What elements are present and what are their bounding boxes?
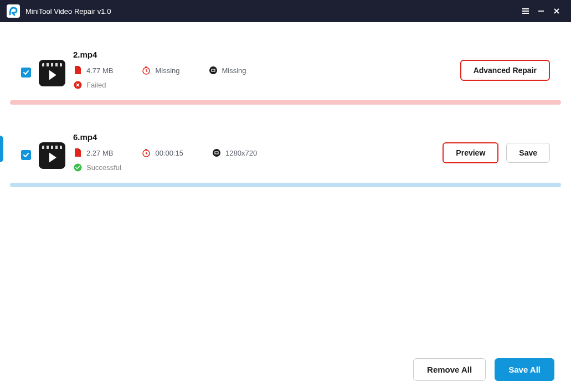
content-area: 2.mp4 4.77 MB Missing Missing Failed bbox=[0, 38, 571, 187]
file-checkbox[interactable] bbox=[21, 68, 31, 78]
progress-bar-failed bbox=[10, 100, 561, 105]
file-size: 4.77 MB bbox=[73, 66, 113, 75]
file-name: 6.mp4 bbox=[73, 132, 435, 142]
clock-icon bbox=[142, 66, 151, 75]
svg-point-5 bbox=[213, 149, 220, 157]
svg-point-1 bbox=[209, 66, 217, 74]
file-card: 2.mp4 4.77 MB Missing Missing Failed bbox=[10, 38, 561, 98]
file-duration: Missing bbox=[142, 66, 179, 75]
file-duration: 00:00:15 bbox=[142, 148, 183, 157]
file-resolution: 1280x720 bbox=[212, 148, 257, 157]
success-icon bbox=[73, 163, 82, 172]
video-file-icon bbox=[39, 142, 65, 169]
file-name: 2.mp4 bbox=[73, 50, 452, 59]
minimize-icon[interactable] bbox=[533, 3, 549, 19]
app-logo bbox=[7, 4, 20, 18]
file-actions: Advanced Repair bbox=[460, 60, 550, 81]
progress-bar-success bbox=[10, 183, 561, 187]
remove-all-button[interactable]: Remove All bbox=[413, 358, 486, 381]
file-resolution: Missing bbox=[209, 66, 246, 75]
file-status: Failed bbox=[73, 80, 452, 89]
clock-icon bbox=[142, 148, 151, 157]
file-checkbox[interactable] bbox=[21, 150, 31, 160]
file-actions: Preview Save bbox=[443, 142, 550, 163]
save-button[interactable]: Save bbox=[506, 143, 550, 163]
resolution-icon bbox=[209, 66, 218, 75]
left-accent bbox=[0, 136, 3, 162]
error-icon bbox=[73, 80, 82, 89]
file-info: 2.mp4 4.77 MB Missing Missing Failed bbox=[73, 50, 452, 89]
resolution-icon bbox=[212, 148, 221, 157]
file-status: Successful bbox=[73, 163, 435, 172]
titlebar: MiniTool Video Repair v1.0 bbox=[0, 0, 571, 22]
file-icon bbox=[73, 148, 82, 157]
footer-actions: Remove All Save All bbox=[413, 358, 554, 381]
advanced-repair-button[interactable]: Advanced Repair bbox=[460, 60, 550, 81]
preview-button[interactable]: Preview bbox=[443, 142, 498, 163]
menu-icon[interactable] bbox=[518, 3, 533, 19]
app-title: MiniTool Video Repair v1.0 bbox=[25, 7, 518, 16]
close-icon[interactable] bbox=[549, 3, 564, 19]
file-info: 6.mp4 2.27 MB 00:00:15 1280x720 Successf… bbox=[73, 132, 435, 172]
video-file-icon bbox=[39, 60, 65, 86]
file-card: 6.mp4 2.27 MB 00:00:15 1280x720 Successf… bbox=[10, 120, 561, 180]
file-size: 2.27 MB bbox=[73, 148, 113, 157]
save-all-button[interactable]: Save All bbox=[495, 358, 554, 381]
file-icon bbox=[73, 66, 82, 75]
